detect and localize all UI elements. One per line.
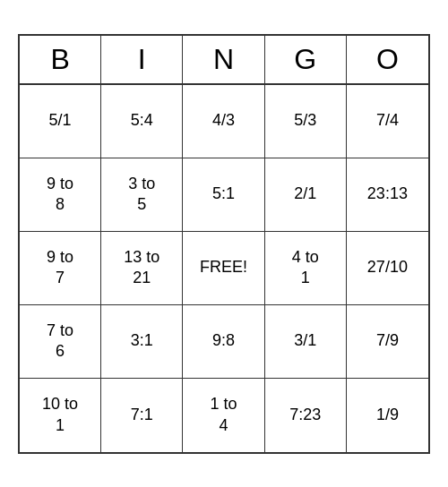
bingo-cell: 9 to8 [20,158,101,232]
bingo-cell: 1/9 [347,379,428,452]
bingo-cell: FREE! [183,232,264,305]
bingo-header: BINGO [20,36,428,85]
header-letter: O [347,36,428,83]
bingo-cell: 5/1 [20,85,101,158]
bingo-cell: 3 to5 [101,158,183,232]
bingo-cell: 5/3 [265,85,347,158]
bingo-cell: 3:1 [101,305,183,379]
bingo-cell: 10 to1 [20,379,101,452]
bingo-cell: 7/9 [347,305,428,379]
header-letter: N [183,36,264,83]
bingo-cell: 4/3 [183,85,264,158]
bingo-cell: 5:1 [183,158,264,232]
bingo-grid: 5/15:44/35/37/49 to83 to55:12/123:139 to… [20,85,428,452]
header-letter: I [101,36,183,83]
bingo-cell: 23:13 [347,158,428,232]
bingo-cell: 7:1 [101,379,183,452]
bingo-cell: 13 to21 [101,232,183,305]
bingo-cell: 7 to6 [20,305,101,379]
bingo-cell: 5:4 [101,85,183,158]
bingo-cell: 27/10 [347,232,428,305]
header-letter: G [265,36,347,83]
bingo-cell: 3/1 [265,305,347,379]
bingo-cell: 9 to7 [20,232,101,305]
bingo-cell: 1 to4 [183,379,264,452]
bingo-cell: 7/4 [347,85,428,158]
bingo-cell: 4 to1 [265,232,347,305]
bingo-card: BINGO 5/15:44/35/37/49 to83 to55:12/123:… [18,34,430,454]
bingo-cell: 7:23 [265,379,347,452]
header-letter: B [20,36,101,83]
bingo-cell: 2/1 [265,158,347,232]
bingo-cell: 9:8 [183,305,264,379]
